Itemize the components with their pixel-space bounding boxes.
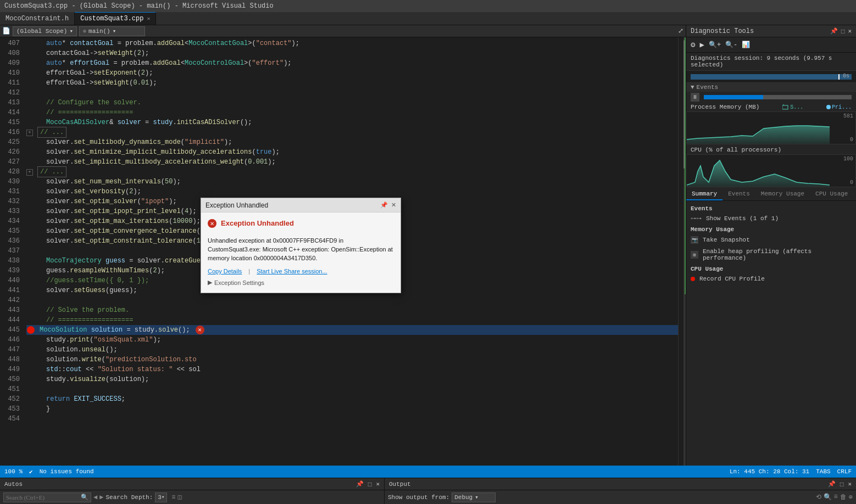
tab-mococonstraint-label: MocoConstraint.h xyxy=(5,15,69,23)
memory-content-header: Memory Usage xyxy=(686,224,856,234)
record-cpu-item[interactable]: Record CPU Profile xyxy=(686,273,856,284)
memory-svg xyxy=(687,112,855,144)
diag-toolbar: ⚙ ▶ 🔍+ 🔍- 📊 xyxy=(686,37,856,53)
diag-tab-cpu[interactable]: CPU Usage xyxy=(810,188,853,200)
cpu-chart-section: CPU (% of all processors) 100 0 xyxy=(686,145,856,188)
exception-title-bar: Exception Unhandled 📌 ✕ xyxy=(201,198,401,212)
code-line-416: + // ... xyxy=(26,127,678,137)
diag-tab-memory[interactable]: Memory Usage xyxy=(755,188,810,200)
output-copy-icon[interactable]: ⊕ xyxy=(849,493,853,501)
crlf-indicator: CRLF xyxy=(837,468,852,475)
autos-float-icon[interactable]: ⬚ xyxy=(368,480,372,488)
code-line-428: + // ... xyxy=(26,167,678,177)
status-icon: ✔ xyxy=(29,468,33,475)
exception-links: Copy Details | Start Live Share session.… xyxy=(208,268,394,275)
status-bar: 100 % ✔ No issues found Ln: 445 Ch: 28 C… xyxy=(0,466,856,478)
zoom-level: 100 % xyxy=(4,468,23,475)
tab-close-icon[interactable]: ✕ xyxy=(147,15,150,22)
autos-close-icon[interactable]: ✕ xyxy=(376,480,380,488)
autos-pin-icon[interactable]: 📌 xyxy=(356,480,364,488)
events-pause-button[interactable]: ⏸ xyxy=(691,93,699,102)
diag-zoom-out-icon[interactable]: 🔍- xyxy=(725,41,737,49)
snapshot-icon: 📷 xyxy=(691,236,698,244)
format-icon[interactable]: ≡ xyxy=(171,494,175,501)
exception-settings-toggle[interactable]: ▶ Exception Settings xyxy=(208,279,394,286)
diag-tab-summary[interactable]: Summary xyxy=(686,188,722,200)
output-source-dropdown[interactable]: Debug ▾ xyxy=(452,492,496,502)
events-section-header: ▼ Events xyxy=(686,83,856,92)
diag-pin-icon[interactable]: 📌 xyxy=(830,27,838,35)
pin2-icon[interactable]: ◫ xyxy=(178,493,182,501)
output-chevron-icon: ▾ xyxy=(475,494,479,501)
exception-pin-icon[interactable]: 📌 xyxy=(380,201,388,209)
fold-428[interactable]: + xyxy=(26,169,33,176)
autos-panel: Autos 📌 ⬚ ✕ 🔍 ◀ ▶ Search Depth: 3 ▾ xyxy=(0,478,385,504)
autos-toolbar: 🔍 ◀ ▶ Search Depth: 3 ▾ ≡ ◫ xyxy=(0,490,384,504)
breakpoint-445 xyxy=(27,326,35,334)
code-line-452: return EXIT_SUCCESS; xyxy=(26,394,678,404)
svg-marker-2 xyxy=(687,126,830,144)
scope-chevron-icon: ▾ xyxy=(69,27,73,35)
show-events-item[interactable]: ⊶⊶ Show Events (1 of 1) xyxy=(686,213,856,224)
events-dot-icon: ⊶⊶ xyxy=(691,215,702,222)
editor-scrollbar[interactable] xyxy=(678,37,686,466)
output-find-icon[interactable]: 🔍 xyxy=(824,493,832,501)
depth-chevron-icon: ▾ xyxy=(162,494,164,500)
cpu-svg xyxy=(687,155,855,187)
code-line-454 xyxy=(26,414,678,424)
tabs-indicator: TABS xyxy=(816,468,830,475)
output-close-icon[interactable]: ✕ xyxy=(848,480,852,488)
diag-close-icon[interactable]: ✕ xyxy=(848,27,852,35)
tab-customsquat[interactable]: CustomSquat3.cpp ✕ xyxy=(75,12,156,25)
tab-bar: MocoConstraint.h CustomSquat3.cpp ✕ xyxy=(0,12,856,25)
output-title: Output xyxy=(389,481,411,488)
share-session-link[interactable]: Start Live Share session... xyxy=(257,268,327,275)
diag-settings-icon[interactable]: ⚙ xyxy=(691,40,695,49)
memory-chart-area: 581 0 xyxy=(686,111,856,144)
output-title-bar: Output 📌 ⬚ ✕ xyxy=(385,478,856,490)
depth-value[interactable]: 3 ▾ xyxy=(155,492,167,502)
nav-dropdown[interactable]: ⊛ main() ▾ xyxy=(79,26,145,36)
memory-chart-title: Process Memory (MB) S... Pri... xyxy=(686,104,856,110)
diagnostic-tools-title: Diagnostic Tools 📌 ⬚ ✕ xyxy=(686,25,856,37)
fold-416[interactable]: + xyxy=(26,130,33,136)
scope-dropdown[interactable]: (Global Scope) ▾ xyxy=(13,26,77,36)
tab-mococonstraint[interactable]: MocoConstraint.h xyxy=(0,12,75,25)
output-filter-icon[interactable]: ≡ xyxy=(834,493,838,501)
nav-prev-icon[interactable]: ◀ xyxy=(93,493,97,501)
exception-header: Exception Unhandled xyxy=(221,219,294,227)
exception-icon: ✕ xyxy=(196,326,204,334)
heap-icon: ⊞ xyxy=(691,251,698,259)
exception-error-icon: ✕ xyxy=(208,219,216,228)
take-snapshot-item[interactable]: 📷 Take Snapshot xyxy=(686,234,856,246)
diag-chart-icon[interactable]: 📊 xyxy=(742,41,750,49)
heap-profiling-item[interactable]: ⊞ Enable heap profiling (affects perform… xyxy=(686,246,856,264)
output-float-icon[interactable]: ⬚ xyxy=(840,480,844,488)
expand-editor-icon[interactable]: ⤢ xyxy=(678,27,683,35)
exception-close-icon[interactable]: ✕ xyxy=(391,201,396,209)
nav-chevron-icon: ▾ xyxy=(113,27,116,35)
tab-customsquat-label: CustomSquat3.cpp xyxy=(80,15,143,23)
diag-play-icon[interactable]: ▶ xyxy=(699,40,704,49)
events-bar-fill xyxy=(704,95,763,99)
autos-search-box[interactable]: 🔍 xyxy=(3,492,91,502)
exception-dialog-title: Exception Unhandled xyxy=(205,201,268,209)
copy-details-link[interactable]: Copy Details xyxy=(208,268,242,275)
search-icon: 🔍 xyxy=(81,494,88,501)
events-arrow-icon: ▼ xyxy=(691,84,694,91)
diag-tab-events[interactable]: Events xyxy=(722,188,755,200)
output-clear-icon[interactable]: 🗑 xyxy=(840,493,847,501)
nav-next-icon[interactable]: ▶ xyxy=(99,493,103,501)
output-pin-icon[interactable]: 📌 xyxy=(828,480,836,488)
code-line-425: solver.set_multibody_dynamics_mode("impl… xyxy=(26,137,678,147)
autos-search-input[interactable] xyxy=(6,494,79,501)
code-line-446: study.print("osimSquat.xml"); xyxy=(26,335,678,345)
diag-zoom-in-icon[interactable]: 🔍+ xyxy=(709,41,721,49)
output-wrap-icon[interactable]: ⟲ xyxy=(816,493,821,501)
no-issues: No issues found xyxy=(40,468,94,475)
code-line-426: solver.set_minimize_implicit_multibody_a… xyxy=(26,147,678,157)
file-icon: 📄 xyxy=(2,27,10,35)
timeline-area: 0s xyxy=(686,71,856,83)
diag-float-icon[interactable]: ⬚ xyxy=(841,27,845,35)
events-content-header: Events xyxy=(686,203,856,213)
